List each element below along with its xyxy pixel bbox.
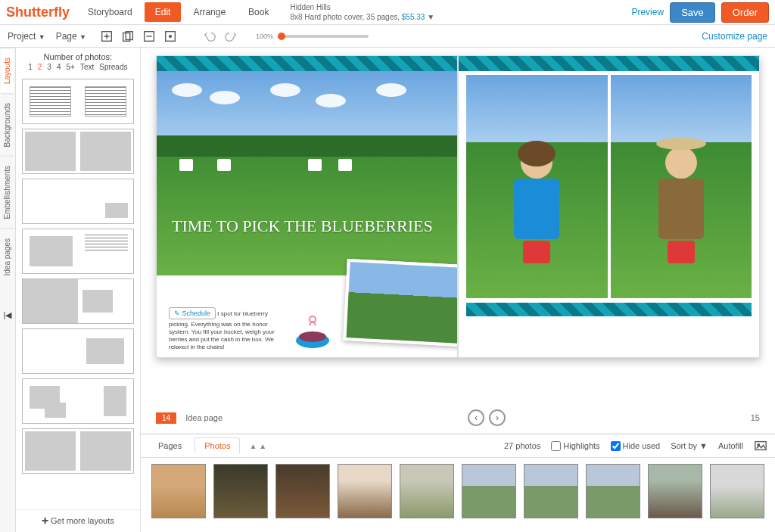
photo-thumb[interactable] <box>586 464 640 518</box>
prev-page-button[interactable]: ‹ <box>468 409 484 426</box>
photo-tray[interactable] <box>141 458 775 532</box>
decorative-border <box>157 56 457 71</box>
photo-thumb[interactable] <box>151 464 206 518</box>
book-price[interactable]: $55.33 <box>402 13 425 21</box>
zoom-slider[interactable] <box>278 35 369 38</box>
undo-icon[interactable] <box>203 30 216 43</box>
logo: Shutterfly <box>6 5 76 20</box>
page-number-right: 15 <box>751 413 760 422</box>
photo-thumb[interactable] <box>275 464 330 518</box>
photo-thumb[interactable] <box>400 464 454 518</box>
photo-count: 27 photos <box>504 441 540 450</box>
photo-thumb[interactable] <box>213 464 268 518</box>
bottom-tab-pages[interactable]: Pages <box>148 437 191 454</box>
get-more-layouts[interactable]: ✚ Get more layouts <box>16 509 140 532</box>
project-dropdown[interactable]: Project ▼ <box>8 31 45 42</box>
add-page-icon[interactable] <box>100 30 114 43</box>
hide-used-checkbox[interactable]: Hide used <box>611 441 661 451</box>
layout-option[interactable] <box>22 278 134 324</box>
collapse-sidebar-icon[interactable]: |◀ <box>3 310 11 320</box>
clear-page-icon[interactable] <box>163 30 177 43</box>
layout-option[interactable] <box>22 179 134 224</box>
photo-thumb[interactable] <box>462 464 516 518</box>
filter-1[interactable]: 1 <box>28 63 33 71</box>
remove-page-icon[interactable] <box>142 30 156 43</box>
tab-edit[interactable]: Edit <box>145 2 182 22</box>
page-title-text[interactable]: TIME TO PICK THE BLUEBERRIES <box>172 216 433 236</box>
order-button[interactable]: Order <box>721 2 769 23</box>
main-photo[interactable]: TIME TO PICK THE BLUEBERRIES <box>157 71 457 275</box>
tab-storyboard[interactable]: Storyboard <box>77 2 143 22</box>
filter-4[interactable]: 4 <box>57 63 61 71</box>
price-caret-icon[interactable]: ▼ <box>427 13 434 21</box>
pie-sticker[interactable] <box>293 312 332 350</box>
layout-option[interactable] <box>22 229 134 274</box>
filter-2[interactable]: 2 <box>38 63 42 71</box>
decorative-border <box>466 303 752 316</box>
layout-option[interactable] <box>22 79 134 124</box>
svg-point-7 <box>299 331 326 342</box>
sidetab-idea-pages[interactable]: Idea pages <box>1 229 14 285</box>
zoom-value: 100% <box>256 33 273 40</box>
inset-photo[interactable] <box>343 259 458 347</box>
layouts-filters: 1 2 3 4 5+ Text Spreads <box>16 63 140 74</box>
sidetab-embellishments[interactable]: Embellishments <box>1 156 14 229</box>
layout-option[interactable] <box>22 378 134 424</box>
schedule-button[interactable]: ✎ Schedule <box>169 307 216 319</box>
svg-point-5 <box>170 35 172 37</box>
filter-text[interactable]: Text <box>80 63 94 71</box>
save-button[interactable]: Save <box>670 2 715 23</box>
sort-dropdown[interactable]: Sort by ▼ <box>671 441 708 450</box>
layout-option[interactable] <box>22 129 134 174</box>
photo-thumb[interactable] <box>524 464 578 518</box>
autofill-button[interactable]: Autofill <box>718 441 743 450</box>
filter-spreads[interactable]: Spreads <box>99 63 127 71</box>
idea-page-label[interactable]: Idea page <box>185 413 223 422</box>
next-page-button[interactable]: › <box>489 409 506 426</box>
tab-book[interactable]: Book <box>238 2 279 22</box>
filter-3[interactable]: 3 <box>47 63 51 71</box>
decorative-border <box>459 56 759 71</box>
book-spread[interactable]: TIME TO PICK THE BLUEBERRIES ✎ Schedule … <box>156 55 760 358</box>
filter-5plus[interactable]: 5+ <box>66 63 74 71</box>
preview-link[interactable]: Preview <box>631 7 664 17</box>
page-dropdown[interactable]: Page ▼ <box>56 31 86 42</box>
photo-thumb[interactable] <box>710 464 764 518</box>
layout-option[interactable] <box>22 328 134 374</box>
book-info: Hidden Hills 8x8 Hard photo cover, 35 pa… <box>290 2 434 22</box>
layout-option[interactable] <box>22 428 134 474</box>
photo-slot[interactable] <box>466 75 608 298</box>
panel-resize-icon[interactable]: ▲▲ <box>249 442 266 450</box>
sidetab-layouts[interactable]: Layouts <box>1 48 14 93</box>
highlights-checkbox[interactable]: Highlights <box>551 441 599 451</box>
photo-thumb[interactable] <box>338 464 392 518</box>
customize-page-link[interactable]: Customize page <box>702 31 767 42</box>
caption-text[interactable]: ✎ Schedule t spot for blueberry picking.… <box>169 307 290 351</box>
page-number-left: 14 <box>156 412 176 424</box>
book-title: Hidden Hills <box>290 2 434 12</box>
add-photos-icon[interactable] <box>754 439 767 453</box>
tab-arrange[interactable]: Arrange <box>182 2 236 22</box>
photo-thumb[interactable] <box>648 464 702 518</box>
bottom-tab-photos[interactable]: Photos <box>195 437 240 454</box>
photo-slot[interactable] <box>611 75 752 298</box>
book-spec: 8x8 Hard photo cover, 35 pages, <box>290 13 401 21</box>
sidetab-backgrounds[interactable]: Backgrounds <box>1 93 14 156</box>
duplicate-page-icon[interactable] <box>121 30 135 43</box>
redo-icon[interactable] <box>224 30 238 43</box>
layouts-heading: Number of photos: <box>16 48 140 63</box>
